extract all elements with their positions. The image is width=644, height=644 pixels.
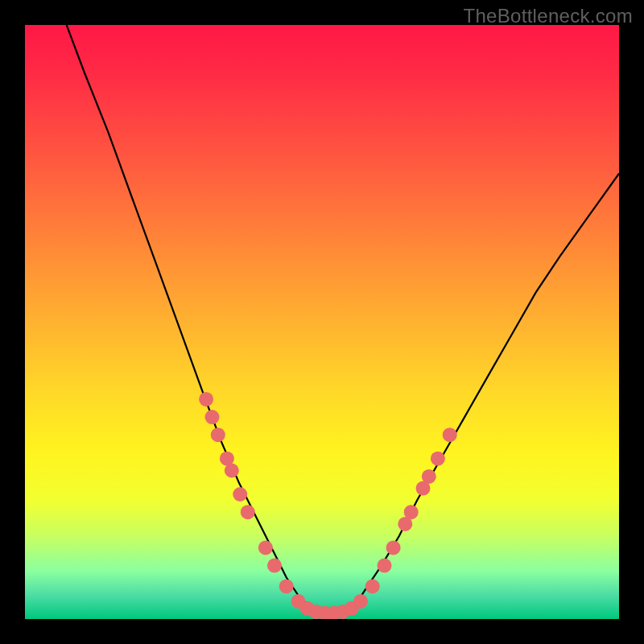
plot-area (25, 25, 619, 619)
data-point (199, 392, 213, 407)
data-point (386, 540, 401, 555)
data-point (443, 427, 457, 442)
data-point (233, 487, 247, 502)
data-point (279, 579, 294, 593)
data-point (267, 559, 282, 573)
bottleneck-curve (67, 25, 619, 613)
data-point (353, 594, 368, 609)
chart-overlay (25, 25, 619, 619)
data-point (378, 559, 392, 573)
data-point (422, 469, 436, 484)
data-point (404, 505, 419, 519)
data-points (199, 392, 457, 619)
data-point (258, 540, 273, 555)
data-point (241, 505, 255, 519)
data-point (205, 410, 220, 424)
data-point (365, 579, 380, 593)
attribution-text: TheBottleneck.com (463, 5, 633, 27)
chart-frame: TheBottleneck.com (0, 0, 644, 644)
data-point (225, 464, 239, 478)
data-point (211, 427, 225, 442)
data-point (431, 452, 445, 466)
